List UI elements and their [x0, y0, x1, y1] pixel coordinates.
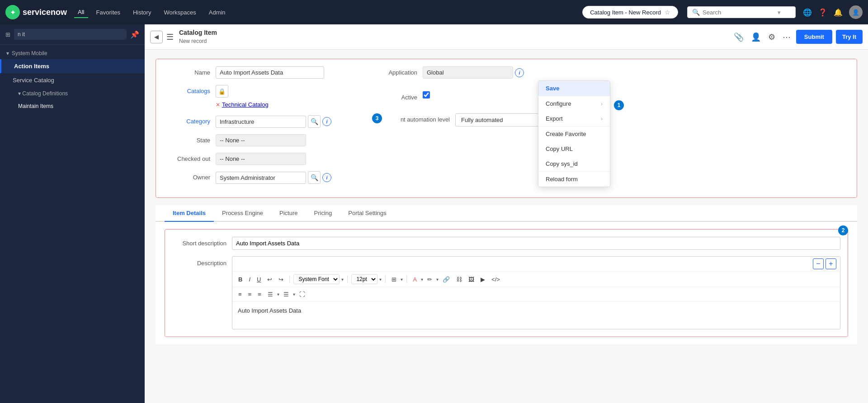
bullet-dropdown[interactable]: ▾	[277, 292, 279, 297]
bullet-list-icon[interactable]: ☰	[265, 290, 275, 299]
sidebar-pin-icon[interactable]: 📌	[130, 30, 139, 39]
star-icon[interactable]: ☆	[665, 9, 670, 16]
context-menu-create-favorite[interactable]: Create Favorite	[538, 127, 610, 141]
state-label: State	[165, 134, 210, 144]
globe-icon[interactable]: 🌐	[803, 8, 812, 17]
sidebar-search-input[interactable]	[14, 29, 127, 40]
font-color-icon[interactable]: A	[410, 275, 419, 284]
sidebar-item-maintain-items[interactable]: Maintain Items	[0, 100, 145, 112]
align-left-icon[interactable]: ≡	[236, 290, 244, 299]
media-icon[interactable]: ▶	[478, 275, 487, 284]
owner-info-icon[interactable]: i	[322, 173, 331, 182]
state-row: State	[165, 134, 331, 146]
tab-process-engine[interactable]: Process Engine	[214, 205, 271, 222]
unlink-icon[interactable]: ⛓	[454, 275, 464, 284]
back-button[interactable]: ◀	[150, 31, 163, 43]
italic-button[interactable]: I	[246, 275, 253, 284]
application-info-icon[interactable]: i	[515, 68, 524, 77]
sidebar-item-catalog-definitions[interactable]: ▾ Catalog Definitions	[0, 87, 145, 100]
short-desc-row: Short description	[172, 237, 840, 250]
context-menu-save[interactable]: Save	[538, 81, 610, 96]
editor-content[interactable]: Auto Import Assets Data	[232, 302, 840, 329]
desc-editor: − + B I U ↩ ↪ System F	[232, 256, 840, 329]
nav-admin[interactable]: Admin	[204, 7, 230, 18]
settings-icon[interactable]: ⚙	[766, 30, 777, 44]
source-icon[interactable]: </>	[489, 275, 502, 284]
bold-button[interactable]: B	[236, 275, 245, 284]
submit-button[interactable]: Submit	[796, 30, 832, 44]
active-checkbox[interactable]	[423, 91, 430, 98]
category-info-icon[interactable]: i	[322, 117, 331, 126]
highlight-dropdown[interactable]: ▾	[436, 277, 439, 282]
sidebar-sub-label: Maintain Items	[18, 103, 53, 109]
font-color-dropdown[interactable]: ▾	[421, 277, 423, 282]
top-navigation: ✦ servicenow All Favorites History Works…	[0, 0, 868, 24]
undo-button[interactable]: ↩	[265, 275, 274, 284]
tab-portal-settings[interactable]: Portal Settings	[340, 205, 395, 222]
tab-picture[interactable]: Picture	[271, 205, 306, 222]
breadcrumb-main: Catalog Item	[179, 28, 217, 37]
number-list-icon[interactable]: ☰	[281, 290, 291, 299]
font-dropdown-icon[interactable]: ▾	[341, 277, 344, 282]
font-size-select[interactable]: 12pt	[351, 274, 377, 284]
bell-icon[interactable]: 🔔	[834, 8, 843, 17]
name-input[interactable]	[216, 66, 324, 79]
category-input[interactable]	[216, 116, 306, 128]
context-menu-configure[interactable]: Configure ›	[538, 96, 610, 111]
nav-history[interactable]: History	[128, 7, 156, 18]
context-menu-export[interactable]: Export ›	[538, 111, 610, 126]
search-dropdown-icon[interactable]: ▾	[778, 9, 781, 16]
short-desc-input[interactable]	[232, 237, 840, 250]
nav-favorites[interactable]: Favorites	[92, 7, 125, 18]
search-bar[interactable]: 🔍 ▾	[687, 6, 796, 18]
image-icon[interactable]: 🖼	[466, 275, 476, 284]
link-icon[interactable]: 🔗	[440, 275, 452, 284]
zoom-out-button[interactable]: −	[813, 258, 824, 269]
table-dropdown-icon[interactable]: ▾	[401, 277, 403, 282]
context-menu-copy-sysid[interactable]: Copy sys_id	[538, 156, 610, 171]
zoom-in-button[interactable]: +	[826, 258, 836, 269]
sep-2	[347, 276, 348, 283]
number-dropdown[interactable]: ▾	[293, 292, 295, 297]
category-link[interactable]: Category	[186, 118, 210, 125]
tag-remove-icon[interactable]: ✕	[216, 102, 220, 108]
agent-icon[interactable]: 👤	[749, 30, 763, 44]
main-content: ◀ ☰ Catalog Item New record 📎 👤 ⚙ ⋯ Subm…	[145, 24, 868, 403]
owner-input[interactable]	[216, 172, 306, 184]
align-right-icon[interactable]: ≡	[255, 290, 264, 299]
search-input[interactable]	[703, 9, 775, 16]
avatar[interactable]: 👤	[849, 5, 863, 19]
table-icon[interactable]: ⊞	[389, 275, 399, 284]
owner-search-icon[interactable]: 🔍	[308, 171, 321, 184]
catalogs-link[interactable]: Catalogs	[187, 88, 210, 94]
sidebar-item-service-catalog[interactable]: Service Catalog	[0, 73, 145, 87]
highlight-icon[interactable]: ✏	[425, 275, 434, 284]
hamburger-icon[interactable]: ☰	[166, 32, 174, 42]
sidebar-group-system-mobile[interactable]: ▾ System Mobile	[0, 47, 145, 59]
category-search-icon[interactable]: 🔍	[308, 115, 321, 128]
redo-button[interactable]: ↪	[276, 275, 286, 284]
application-row: Application i	[372, 66, 555, 79]
tab-item-details[interactable]: Item Details	[165, 205, 214, 222]
nav-workspaces[interactable]: Workspaces	[159, 7, 200, 18]
context-menu-copy-url[interactable]: Copy URL	[538, 141, 610, 156]
catalog-tag-link[interactable]: Technical Catalog	[222, 101, 269, 108]
underline-button[interactable]: U	[255, 275, 263, 284]
nav-all-button[interactable]: All	[74, 7, 88, 18]
align-center-icon[interactable]: ≡	[246, 290, 254, 299]
fullscreen-icon[interactable]: ⛶	[297, 290, 307, 299]
editor-zoom-controls: − +	[232, 257, 840, 272]
sidebar-item-action-items[interactable]: Action Items	[0, 59, 145, 73]
title-pill[interactable]: Catalog Item - New Record ☆	[582, 6, 678, 19]
try-it-button[interactable]: Try It	[836, 30, 863, 44]
help-icon[interactable]: ❓	[818, 8, 827, 17]
font-select[interactable]: System Font	[293, 274, 340, 284]
size-dropdown-icon[interactable]: ▾	[379, 277, 382, 282]
more-icon[interactable]: ⋯	[781, 30, 793, 44]
tab-pricing[interactable]: Pricing	[306, 205, 340, 222]
badge-3: 3	[372, 113, 382, 123]
configure-label: Configure	[546, 100, 571, 107]
item-details-section: 2 Short description Description − +	[156, 222, 857, 344]
context-menu-reload[interactable]: Reload form	[538, 172, 610, 187]
attach-icon[interactable]: 📎	[732, 30, 745, 44]
